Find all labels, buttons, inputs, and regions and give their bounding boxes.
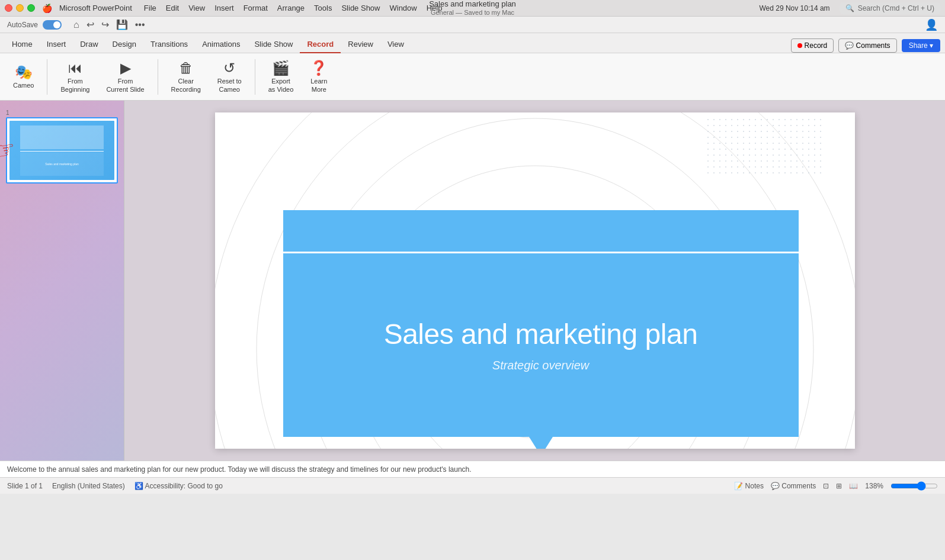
system-time: Wed 29 Nov 10:14 am — [759, 4, 829, 12]
top-right-icons: 👤 — [925, 18, 938, 31]
tab-view[interactable]: View — [380, 36, 411, 53]
zoom-level: 138% — [865, 482, 883, 490]
bubble-tail-container — [283, 437, 799, 449]
reset-label: Reset toCameo — [217, 78, 242, 93]
slide-panel: 1 Sales and marketing plan ☞ — [0, 101, 124, 461]
clear-recording-btn[interactable]: 🗑 ClearRecording — [165, 57, 207, 95]
learn-more-btn[interactable]: ❓ LearnMore — [304, 57, 334, 95]
menu-insert[interactable]: Insert — [214, 4, 234, 12]
comment-icon: 💬 — [845, 41, 854, 50]
slide-canvas[interactable]: Sales and marketing plan Strategic overv… — [215, 112, 855, 449]
status-right: 📝 Notes 💬 Comments ⊡ ⊞ 📖 138% — [734, 481, 938, 491]
menu-edit[interactable]: Edit — [166, 4, 179, 12]
menu-slideshow[interactable]: Slide Show — [341, 4, 380, 12]
autosave-toggle[interactable] — [43, 20, 62, 30]
from-current-btn[interactable]: ▶ FromCurrent Slide — [100, 57, 150, 95]
tab-design[interactable]: Design — [105, 36, 143, 53]
autosave-bar: AutoSave ⌂ ↩ ↪ 💾 ••• 👤 — [0, 17, 945, 33]
title-bar: 🍎 Microsoft PowerPoint File Edit View In… — [0, 0, 945, 17]
menu-format[interactable]: Format — [244, 4, 268, 12]
notes-text: Welcome to the annual sales and marketin… — [7, 465, 472, 474]
autosave-label: AutoSave — [7, 21, 38, 29]
accessibility-icon: ♿ — [134, 482, 143, 490]
document-title: Sales and marketing plan — [429, 0, 516, 9]
save-location: General — Saved to my Mac — [431, 9, 514, 17]
title-bar-center: Sales and marketing plan General — Saved… — [429, 0, 516, 17]
slide-info: Slide 1 of 1 — [7, 482, 43, 490]
dot-pattern — [707, 118, 825, 178]
speech-bubble: Sales and marketing plan Strategic overv… — [283, 210, 799, 419]
notes-view-icon[interactable]: 📝 Notes — [734, 482, 764, 490]
clear-icon: 🗑 — [179, 60, 193, 76]
close-button[interactable] — [5, 4, 12, 12]
minimize-button[interactable] — [16, 4, 24, 12]
maximize-button[interactable] — [27, 4, 35, 12]
save-icon[interactable]: 💾 — [114, 18, 130, 31]
zoom-slider[interactable] — [890, 481, 938, 491]
from-current-label: FromCurrent Slide — [106, 78, 144, 93]
export-video-btn[interactable]: 🎬 Exportas Video — [262, 57, 300, 95]
tab-slideshow[interactable]: Slide Show — [247, 36, 300, 53]
comments-label: Comments — [856, 41, 890, 50]
search-icon: 🔍 — [845, 4, 854, 12]
normal-view-icon[interactable]: ⊡ — [823, 482, 829, 490]
tab-animations[interactable]: Animations — [195, 36, 247, 53]
menu-view[interactable]: View — [188, 4, 205, 12]
cameo-btn[interactable]: 🎭 Cameo — [7, 62, 40, 92]
export-icon: 🎬 — [272, 60, 290, 76]
share-label: Share — [909, 41, 928, 50]
undo-icon[interactable]: ↩ — [84, 18, 97, 31]
accessibility-label: Accessibility: Good to go — [145, 482, 222, 490]
notes-bar: Welcome to the annual sales and marketin… — [0, 461, 945, 477]
language-info: English (United States) — [52, 482, 125, 490]
toolbar-icons: ⌂ ↩ ↪ 💾 ••• — [71, 18, 147, 31]
menu-window[interactable]: Window — [389, 4, 417, 12]
tab-draw[interactable]: Draw — [73, 36, 105, 53]
ribbon-actions: Record 💬 Comments Share ▾ — [791, 38, 940, 53]
search-placeholder: Search (Cmd + Ctrl + U) — [858, 4, 934, 12]
tab-record[interactable]: Record — [300, 36, 341, 53]
share-chevron-icon: ▾ — [930, 41, 933, 50]
slide-sorter-icon[interactable]: ⊞ — [836, 482, 842, 490]
reading-view-icon[interactable]: 📖 — [849, 482, 858, 490]
tab-review[interactable]: Review — [341, 36, 380, 53]
menu-arrange[interactable]: Arrange — [277, 4, 305, 12]
record-button[interactable]: Record — [791, 38, 834, 53]
from-current-icon: ▶ — [120, 60, 131, 76]
main-area: 1 Sales and marketing plan ☞ — [0, 101, 945, 461]
clear-label: ClearRecording — [171, 78, 201, 93]
home-icon[interactable]: ⌂ — [71, 18, 82, 31]
slide-thumbnail[interactable]: Sales and marketing plan — [6, 117, 118, 184]
tab-transitions[interactable]: Transitions — [143, 36, 195, 53]
toggle-knob — [53, 21, 60, 28]
slide-number: 1 — [6, 110, 9, 116]
thumb-text: Sales and marketing plan — [45, 162, 78, 166]
tab-home[interactable]: Home — [5, 36, 40, 53]
menu-bar: File Edit View Insert Format Arrange Too… — [144, 4, 443, 12]
thumb-title-bar — [20, 125, 104, 149]
more-icon[interactable]: ••• — [133, 18, 148, 31]
ribbon-sep-2 — [158, 59, 158, 95]
search-bar[interactable]: 🔍 Search (Cmd + Ctrl + U) — [840, 2, 940, 14]
learn-more-icon: ❓ — [310, 60, 328, 76]
cameo-icon: 🎭 — [15, 64, 33, 81]
svg-rect-7 — [707, 118, 825, 178]
ribbon-sep-1 — [47, 59, 47, 95]
profile-icon[interactable]: 👤 — [925, 18, 938, 31]
bubble-main-content: Sales and marketing plan Strategic overv… — [283, 253, 799, 437]
menu-tools[interactable]: Tools — [314, 4, 332, 12]
canvas-area[interactable]: Sales and marketing plan Strategic overv… — [124, 101, 945, 461]
comments-button[interactable]: 💬 Comments — [838, 38, 896, 53]
tab-insert[interactable]: Insert — [40, 36, 73, 53]
comments-view-icon[interactable]: 💬 Comments — [771, 482, 816, 490]
thumb-content: Sales and marketing plan — [20, 152, 104, 176]
share-button[interactable]: Share ▾ — [902, 39, 940, 52]
accessibility-info: ♿ Accessibility: Good to go — [134, 482, 223, 490]
from-beginning-btn[interactable]: ⏮ FromBeginning — [55, 57, 95, 95]
menu-file[interactable]: File — [144, 4, 156, 12]
ribbon-sep-3 — [255, 59, 255, 95]
ribbon: 🎭 Cameo ⏮ FromBeginning ▶ FromCurrent Sl… — [0, 53, 945, 101]
redo-icon[interactable]: ↪ — [99, 18, 111, 31]
from-beginning-label: FromBeginning — [60, 78, 89, 93]
reset-cameo-btn[interactable]: ↺ Reset toCameo — [212, 57, 248, 95]
